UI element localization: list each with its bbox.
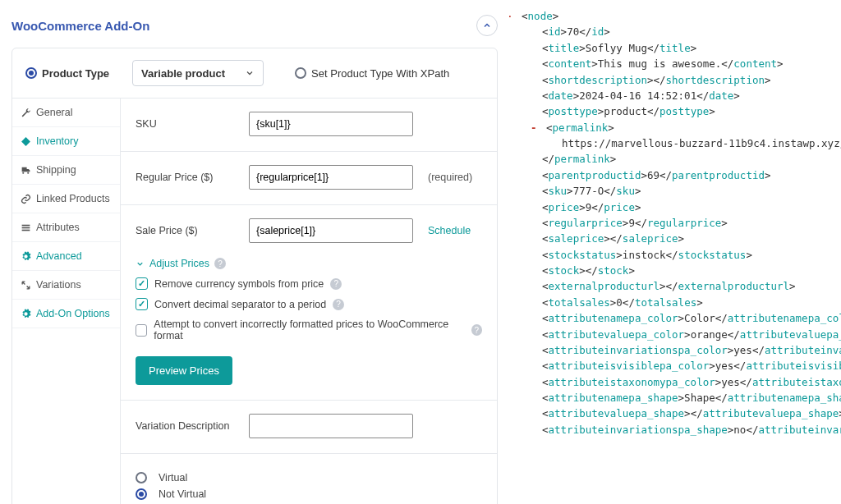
not-virtual-radio[interactable] bbox=[136, 488, 147, 500]
panel-title: WooCommerce Add-On bbox=[11, 19, 476, 33]
sidebar-item-general[interactable]: General bbox=[12, 99, 120, 127]
variation-description-label: Variation Description bbox=[136, 420, 234, 432]
xml-line: <sku>777-O</sku> bbox=[517, 183, 834, 199]
xml-line: <attributevaluepa_shape></attributevalue… bbox=[517, 405, 834, 421]
xml-line: <posttype>product</posttype> bbox=[517, 103, 834, 119]
xml-line: - <node> bbox=[517, 8, 834, 24]
sidebar-item-advanced[interactable]: Advanced bbox=[12, 242, 120, 271]
xml-line: <attributeinvariationspa_shape>no</attri… bbox=[517, 422, 834, 438]
virtual-radio[interactable] bbox=[136, 472, 147, 483]
xml-line: <attributeistaxonomypa_color>yes</attrib… bbox=[517, 374, 834, 390]
product-type-value: Variable product bbox=[141, 67, 225, 80]
adjust-prices-label: Adjust Prices bbox=[149, 258, 209, 269]
gear-icon bbox=[21, 309, 31, 319]
not-virtual-label: Not Virtual bbox=[159, 488, 206, 500]
variation-description-input[interactable] bbox=[249, 414, 413, 438]
sidebar-item-attributes[interactable]: Attributes bbox=[12, 213, 120, 242]
sidebar-item-label: Inventory bbox=[36, 135, 78, 147]
link-icon bbox=[21, 194, 31, 204]
list-icon bbox=[21, 222, 31, 233]
svg-rect-0 bbox=[22, 224, 30, 226]
xml-line: - <permalink> bbox=[517, 120, 834, 135]
xml-line: <attributeinvariationspa_color>yes</attr… bbox=[517, 342, 834, 358]
xml-line: <stock></stock> bbox=[517, 263, 834, 278]
sidebar-item-label: Attributes bbox=[36, 222, 80, 233]
xml-line: <price>9</price> bbox=[517, 199, 834, 215]
xml-line: <attributeisvisiblepa_color>yes</attribu… bbox=[517, 358, 834, 373]
sidebar-item-label: Variations bbox=[36, 279, 81, 291]
sidebar-item-label: Add-On Options bbox=[36, 308, 110, 319]
expand-icon bbox=[21, 280, 31, 291]
diamond-icon bbox=[21, 136, 31, 147]
xml-line: https://marvellous-buzzard-11b9c4.instaw… bbox=[517, 135, 834, 151]
sidebar-item-add-on-options[interactable]: Add-On Options bbox=[12, 300, 120, 328]
sidebar: GeneralInventoryShippingLinked ProductsA… bbox=[12, 99, 121, 504]
xml-line: <shortdescription></shortdescription> bbox=[517, 72, 834, 88]
xml-line: </permalink> bbox=[517, 151, 834, 167]
xml-line: <title>Soflyy Mug</title> bbox=[517, 40, 834, 56]
convert-decimal-checkbox[interactable] bbox=[136, 298, 148, 310]
schedule-link[interactable]: Schedule bbox=[428, 225, 471, 236]
regular-price-label: Regular Price ($) bbox=[136, 172, 234, 183]
xml-line: <attributenamepa_shape>Shape</attributen… bbox=[517, 390, 834, 405]
xml-line: <externalproducturl></externalproducturl… bbox=[517, 278, 834, 294]
xpath-label: Set Product Type With XPath bbox=[311, 67, 449, 80]
xml-line: <saleprice></saleprice> bbox=[517, 231, 834, 246]
xml-line: <attributenamepa_color>Color</attributen… bbox=[517, 310, 834, 326]
xml-preview-panel: - <node><id>70</id><title>Soflyy Mug</ti… bbox=[509, 0, 841, 504]
help-icon[interactable]: ? bbox=[471, 324, 482, 336]
remove-currency-label: Remove currency symbols from price bbox=[154, 278, 324, 290]
product-type-radio[interactable]: Product Type bbox=[25, 67, 109, 80]
help-icon[interactable]: ? bbox=[214, 258, 226, 269]
sku-label: SKU bbox=[136, 118, 234, 130]
radio-icon bbox=[295, 67, 306, 79]
xml-line: <regularprice>9</regularprice> bbox=[517, 215, 834, 231]
convert-decimal-label: Convert decimal separator to a period bbox=[154, 299, 326, 310]
sidebar-item-label: Linked Products bbox=[36, 193, 110, 204]
svg-rect-1 bbox=[22, 227, 30, 228]
gear-icon bbox=[21, 251, 31, 262]
sale-price-input[interactable] bbox=[249, 218, 413, 243]
sidebar-item-linked-products[interactable]: Linked Products bbox=[12, 185, 120, 213]
sidebar-item-label: General bbox=[36, 107, 72, 118]
svg-rect-2 bbox=[22, 229, 30, 231]
chevron-down-icon bbox=[136, 259, 145, 268]
xml-line: <stockstatus>instock</stockstatus> bbox=[517, 247, 834, 263]
panel-collapse-button[interactable] bbox=[476, 15, 498, 36]
xml-line: <totalsales>0</totalsales> bbox=[517, 295, 834, 310]
convert-format-checkbox[interactable] bbox=[136, 324, 147, 337]
product-type-select[interactable]: Variable product bbox=[132, 60, 264, 86]
sku-input[interactable] bbox=[249, 112, 413, 136]
sidebar-item-shipping[interactable]: Shipping bbox=[12, 156, 120, 185]
help-icon[interactable]: ? bbox=[333, 299, 344, 310]
product-type-label: Product Type bbox=[42, 67, 109, 80]
xml-line: <attributevaluepa_color>orange</attribut… bbox=[517, 327, 834, 342]
xpath-radio[interactable]: Set Product Type With XPath bbox=[295, 67, 449, 80]
help-icon[interactable]: ? bbox=[330, 278, 342, 290]
sidebar-item-inventory[interactable]: Inventory bbox=[12, 127, 120, 156]
xml-line: <id>70</id> bbox=[517, 24, 834, 39]
required-text: (required) bbox=[428, 172, 472, 183]
truck-icon bbox=[21, 165, 31, 176]
wrench-icon bbox=[21, 108, 31, 118]
preview-prices-button[interactable]: Preview Prices bbox=[136, 356, 232, 385]
virtual-label: Virtual bbox=[159, 472, 187, 483]
xml-line: <date>2024-04-16 14:52:01</date> bbox=[517, 88, 834, 103]
sidebar-item-label: Shipping bbox=[36, 164, 76, 176]
remove-currency-checkbox[interactable] bbox=[136, 277, 148, 290]
regular-price-input[interactable] bbox=[249, 165, 413, 190]
sale-price-label: Sale Price ($) bbox=[136, 225, 234, 236]
chevron-down-icon bbox=[245, 68, 255, 78]
xml-line: <content>This mug is awesome.</content> bbox=[517, 56, 834, 71]
product-type-row: Product Type Variable product Set Produc… bbox=[12, 48, 497, 99]
chevron-up-icon bbox=[482, 21, 492, 30]
convert-format-label: Attempt to convert incorrectly formatted… bbox=[154, 318, 464, 341]
radio-icon bbox=[25, 67, 37, 79]
xml-line: <parentproductid>69</parentproductid> bbox=[517, 167, 834, 183]
adjust-prices-toggle[interactable]: Adjust Prices ? bbox=[136, 258, 482, 269]
main-form: SKU Regular Price ($) (required) bbox=[121, 99, 497, 504]
sidebar-item-variations[interactable]: Variations bbox=[12, 271, 120, 300]
woocommerce-card: Product Type Variable product Set Produc… bbox=[11, 48, 498, 504]
sidebar-item-label: Advanced bbox=[36, 250, 82, 262]
